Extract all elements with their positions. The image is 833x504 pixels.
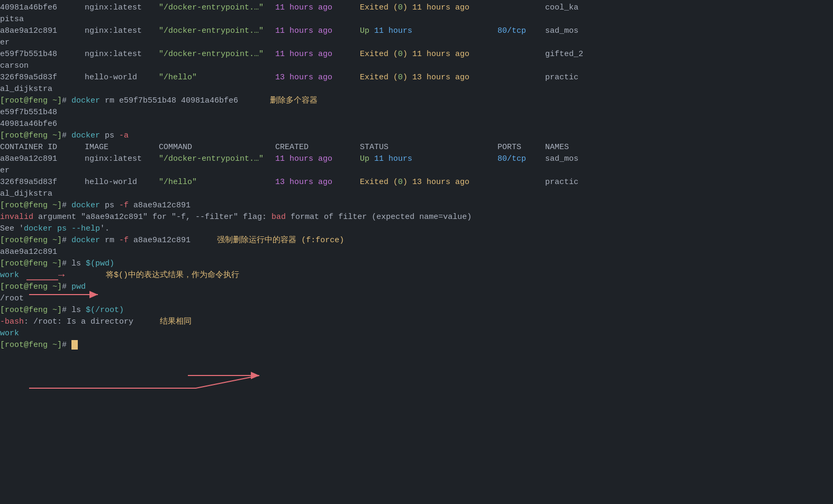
command-line-ls-root: [root@feng ~]# ls $(/root): [0, 305, 833, 316]
bash-error: -bash: [0, 317, 24, 326]
created: 11 hours ago: [275, 49, 360, 60]
cmd-arg: a8ae9a12c891: [129, 201, 191, 210]
cmd-ps: ps: [100, 131, 119, 140]
annotation-force: 强制删除运行中的容器 (f:force): [217, 236, 344, 245]
output-work2: work: [0, 329, 19, 338]
output-pwd: /root: [0, 293, 833, 305]
prompt-hash-final: #: [62, 341, 71, 350]
cursor: [71, 340, 78, 350]
table-row-cont: carson: [0, 60, 833, 72]
prompt-hash: #: [62, 282, 71, 291]
terminal: 40981a46bfe6nginx:latest"/docker-entrypo…: [0, 0, 833, 504]
created: 11 hours ago: [275, 25, 360, 37]
command-line-rm-multiple: [root@feng ~]# docker rm e59f7b551b48 40…: [0, 95, 833, 107]
names: practic: [545, 73, 578, 82]
image: nginx:latest: [85, 2, 159, 14]
output-line: 40981a46bfe6: [0, 118, 833, 130]
prompt-hash: #: [62, 201, 71, 210]
annotation-rm-multiple: 删除多个容器: [270, 96, 318, 105]
cmd-docker: docker: [71, 236, 100, 245]
header-command: COMMAND: [159, 142, 275, 153]
prompt-user: [root@feng ~]: [0, 282, 62, 291]
header-ports: PORTS: [497, 142, 545, 153]
names: sad_mos: [545, 26, 578, 35]
prompt-hash: # ls: [62, 306, 86, 315]
table-header: CONTAINER IDIMAGECOMMANDCREATEDSTATUSPOR…: [0, 142, 833, 153]
names: cool_ka: [545, 3, 578, 12]
command-line-pwd: [root@feng ~]# pwd: [0, 281, 833, 293]
container-id: 326f89a5d83f: [0, 72, 85, 84]
created: 13 hours ago: [275, 72, 360, 84]
annotation-same-result: 结果相同: [160, 316, 192, 328]
cmd-pwd: pwd: [71, 282, 86, 291]
command: "/docker-entrypoint.…": [159, 2, 275, 14]
command-line-ls-pwd: [root@feng ~]# ls $(pwd): [0, 258, 833, 270]
status: Up 11 hours: [360, 25, 497, 37]
final-prompt-line: [root@feng ~]#: [0, 340, 833, 351]
cmd-container-id: a8ae9a12c891: [129, 236, 191, 245]
header-status: STATUS: [360, 142, 497, 153]
cmd-flag-f: -f: [119, 201, 129, 210]
table-row: a8ae9a12c891nginx:latest"/docker-entrypo…: [0, 25, 833, 37]
container-id: 40981a46bfe6: [0, 2, 85, 14]
status: Exited (0) 13 hours ago: [360, 72, 497, 84]
error-line-2: See 'docker ps --help'.: [0, 223, 833, 235]
cmd-docker: docker: [71, 131, 100, 140]
table-row-cont: er: [0, 37, 833, 49]
cmd-ps2: ps: [100, 201, 119, 210]
prompt-user-final: [root@feng ~]: [0, 341, 62, 350]
output-rm-force: a8ae9a12c891: [0, 246, 833, 258]
cmd-flag-force: -f: [119, 236, 129, 245]
created: 11 hours ago: [275, 2, 360, 14]
table-row: a8ae9a12c891nginx:latest"/docker-entrypo…: [0, 153, 833, 165]
container-id: a8ae9a12c891: [0, 25, 85, 37]
error-line-1: invalid argument "a8ae9a12c891" for "-f,…: [0, 212, 833, 223]
ports: 80/tcp: [497, 25, 545, 37]
cmd-dollar-root: $(/root): [86, 306, 124, 315]
annotation-ls-pwd: 将$()中的表达式结果，作为命令执行: [106, 270, 239, 281]
image: nginx:latest: [85, 25, 159, 37]
table-row: 326f89a5d83fhello-world"/hello"13 hours …: [0, 177, 833, 188]
container-id: e59f7b551b48: [0, 49, 85, 60]
command-line-ps-a: [root@feng ~]# docker ps -a: [0, 130, 833, 142]
table-row-cont: er: [0, 165, 833, 177]
prompt-hash: #: [62, 236, 71, 245]
cmd-dollar-pwd: $(pwd): [86, 259, 114, 268]
header-names: NAMES: [545, 143, 569, 152]
prompt-user: [root@feng ~]: [0, 236, 62, 245]
prompt-user: [root@feng ~]: [0, 201, 62, 210]
command: "/docker-entrypoint.…": [159, 49, 275, 60]
arrow-icon: ⎯⎯⎯⎯⎯→: [26, 270, 65, 281]
image: nginx:latest: [85, 49, 159, 60]
header-created: CREATED: [275, 142, 360, 153]
prompt-user: [root@feng ~]: [0, 96, 62, 105]
prompt-user: [root@feng ~]: [0, 259, 62, 268]
names: gifted_2: [545, 50, 583, 59]
table-row-cont: al_dijkstra: [0, 188, 833, 200]
command: "/hello": [159, 72, 275, 84]
table-row: 40981a46bfe6nginx:latest"/docker-entrypo…: [0, 2, 833, 14]
header-image: IMAGE: [85, 142, 159, 153]
prompt-user: [root@feng ~]: [0, 131, 62, 140]
status: Exited (0) 11 hours ago: [360, 49, 497, 60]
error-ls-root: -bash: /root: Is a directory 结果相同: [0, 316, 833, 328]
output-ls-pwd: work ⎯⎯⎯⎯⎯→ 将$()中的表达式结果，作为命令执行: [0, 270, 833, 281]
prompt-hash: #: [62, 96, 71, 105]
prompt-user: [root@feng ~]: [0, 306, 62, 315]
table-row: e59f7b551b48nginx:latest"/docker-entrypo…: [0, 49, 833, 60]
cmd-flag-a: -a: [119, 131, 129, 140]
cmd-args: rm e59f7b551b48 40981a46bfe6: [100, 96, 238, 105]
table-row-cont: pitsa: [0, 14, 833, 25]
image: hello-world: [85, 72, 159, 84]
output-line: e59f7b551b48: [0, 107, 833, 118]
cmd-rm: rm: [100, 236, 119, 245]
cmd-docker: docker: [71, 96, 100, 105]
command: "/docker-entrypoint.…": [159, 25, 275, 37]
header-container-id: CONTAINER ID: [0, 142, 85, 153]
status: Exited (0) 11 hours ago: [360, 2, 497, 14]
cmd-docker: docker: [71, 201, 100, 210]
prompt-hash: # ls: [62, 259, 86, 268]
prompt-hash: #: [62, 131, 71, 140]
command-line-ps-f: [root@feng ~]# docker ps -f a8ae9a12c891: [0, 200, 833, 212]
output-work1: work: [0, 271, 19, 280]
